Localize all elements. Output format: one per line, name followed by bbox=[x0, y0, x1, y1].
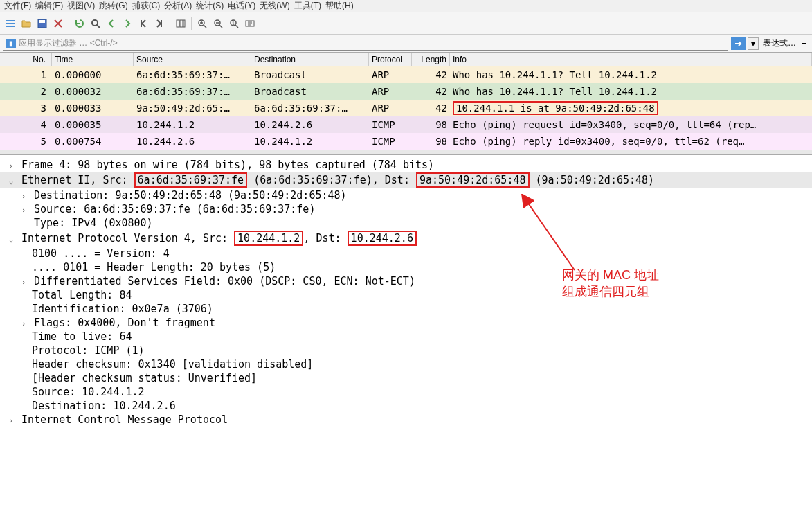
menu-help[interactable]: 帮助(H) bbox=[324, 0, 355, 12]
cell-time: 0.000033 bbox=[52, 102, 134, 114]
expand-icon[interactable]: › bbox=[7, 416, 15, 425]
packet-row[interactable]: 10.0000006a:6d:35:69:37:…BroadcastARP42W… bbox=[0, 66, 812, 83]
highlight-dst-ip: 10.244.2.6 bbox=[348, 231, 417, 246]
collapse-icon[interactable]: ⌄ bbox=[7, 177, 15, 186]
col-source[interactable]: Source bbox=[134, 53, 251, 66]
resize-icon[interactable] bbox=[242, 16, 258, 31]
detail-ip-cksum-status[interactable]: [Header checksum status: Unverified] bbox=[0, 371, 812, 385]
filter-dropdown-icon[interactable]: ▾ bbox=[748, 37, 759, 50]
menu-capture[interactable]: 捕获(C) bbox=[131, 0, 162, 12]
menu-stats[interactable]: 统计(S) bbox=[195, 0, 225, 12]
zoom-in-icon[interactable] bbox=[195, 16, 210, 31]
close-icon[interactable] bbox=[51, 16, 66, 31]
toolbar: 1 bbox=[0, 12, 812, 35]
detail-frame[interactable]: › Frame 4: 98 bytes on wire (784 bits), … bbox=[0, 158, 812, 172]
cell-no: 2 bbox=[0, 85, 52, 98]
cell-src: 6a:6d:35:69:37:… bbox=[134, 85, 251, 98]
bookmark-icon[interactable]: ▮ bbox=[6, 39, 16, 48]
expand-icon[interactable]: › bbox=[19, 319, 28, 328]
detail-eth-type[interactable]: › Type: IPv4 (0x0800) bbox=[0, 216, 812, 230]
cell-info: Echo (ping) request id=0x3400, seq=0/0, … bbox=[450, 118, 812, 131]
add-filter-button[interactable]: + bbox=[799, 39, 809, 48]
svg-rect-1 bbox=[6, 23, 15, 24]
detail-ethernet[interactable]: ⌄ Ethernet II, Src: 6a:6d:35:69:37:fe (6… bbox=[0, 172, 812, 188]
col-proto[interactable]: Protocol bbox=[369, 53, 412, 66]
filter-bar: ▮ 应用显示过滤器 … <Ctrl-/> ▾ 表达式… + bbox=[0, 35, 812, 53]
detail-ip-proto[interactable]: Protocol: ICMP (1) bbox=[0, 344, 812, 357]
packet-row[interactable]: 50.00075410.244.2.610.244.1.2ICMP98Echo … bbox=[0, 133, 812, 150]
cell-no: 4 bbox=[0, 118, 52, 131]
detail-ip-srcline[interactable]: Source: 10.244.1.2 bbox=[0, 385, 812, 399]
zoom-reset-icon[interactable]: 1 bbox=[226, 16, 242, 31]
columns-icon[interactable] bbox=[173, 16, 188, 31]
menu-goto[interactable]: 跳转(G) bbox=[98, 0, 129, 12]
menu-tel[interactable]: 电话(Y) bbox=[226, 0, 257, 12]
zoom-out-icon[interactable] bbox=[210, 16, 226, 31]
detail-ip-ds[interactable]: › Differentiated Services Field: 0x00 (D… bbox=[0, 274, 812, 288]
cell-src: 10.244.1.2 bbox=[134, 118, 251, 131]
svg-rect-4 bbox=[39, 20, 45, 23]
collapse-icon[interactable]: ⌄ bbox=[7, 235, 15, 244]
detail-ip-totlen[interactable]: Total Length: 84 bbox=[0, 288, 812, 302]
skip-left-icon[interactable] bbox=[136, 16, 151, 31]
filter-placeholder: 应用显示过滤器 … <Ctrl-/> bbox=[19, 37, 118, 49]
expand-icon[interactable]: › bbox=[19, 278, 28, 287]
folder-open-icon[interactable] bbox=[19, 16, 34, 31]
col-len[interactable]: Length bbox=[412, 53, 450, 66]
skip-right-icon[interactable] bbox=[152, 16, 167, 31]
reload-icon[interactable] bbox=[72, 16, 87, 31]
menu-tools[interactable]: 工具(T) bbox=[293, 0, 323, 12]
separator bbox=[191, 17, 192, 30]
cell-info: 10.244.1.1 is at 9a:50:49:2d:65:48 bbox=[450, 100, 812, 116]
pane-divider[interactable] bbox=[0, 150, 812, 155]
menu-edit[interactable]: 编辑(E) bbox=[34, 0, 64, 12]
detail-ip-id[interactable]: Identification: 0x0e7a (3706) bbox=[0, 302, 812, 316]
cell-dst: 10.244.1.2 bbox=[251, 135, 369, 148]
save-icon[interactable] bbox=[35, 16, 50, 31]
cell-len: 42 bbox=[412, 102, 450, 114]
cell-src: 9a:50:49:2d:65:… bbox=[134, 102, 251, 114]
cell-dst: Broadcast bbox=[251, 69, 369, 81]
arrow-left-icon[interactable] bbox=[104, 16, 119, 31]
find-icon[interactable] bbox=[88, 16, 103, 31]
detail-eth-src[interactable]: › Source: 6a:6d:35:69:37:fe (6a:6d:35:69… bbox=[0, 202, 812, 216]
detail-eth-dest[interactable]: › Destination: 9a:50:49:2d:65:48 (9a:50:… bbox=[0, 188, 812, 202]
detail-ip-dstline[interactable]: Destination: 10.244.2.6 bbox=[0, 399, 812, 413]
menu-file[interactable]: 文件(F) bbox=[3, 0, 33, 12]
filter-apply-icon[interactable] bbox=[731, 37, 746, 50]
arrow-right-icon[interactable] bbox=[120, 16, 135, 31]
expand-icon[interactable]: › bbox=[19, 206, 28, 215]
col-no[interactable]: No. bbox=[0, 53, 52, 66]
detail-ip-version[interactable]: 0100 .... = Version: 4 bbox=[0, 247, 812, 260]
menu-wireless[interactable]: 无线(W) bbox=[258, 0, 291, 12]
svg-rect-6 bbox=[177, 20, 179, 27]
col-info[interactable]: Info bbox=[450, 53, 812, 66]
detail-ip-flags[interactable]: › Flags: 0x4000, Don't fragment bbox=[0, 316, 812, 330]
packet-row[interactable]: 20.0000326a:6d:35:69:37:…BroadcastARP42W… bbox=[0, 83, 812, 100]
menu-analyze[interactable]: 分析(A) bbox=[163, 0, 193, 12]
packet-row[interactable]: 30.0000339a:50:49:2d:65:…6a:6d:35:69:37:… bbox=[0, 100, 812, 116]
expand-icon[interactable]: › bbox=[7, 161, 15, 170]
filter-input[interactable]: ▮ 应用显示过滤器 … <Ctrl-/> bbox=[3, 37, 728, 51]
packet-row[interactable]: 40.00003510.244.1.210.244.2.6ICMP98Echo … bbox=[0, 116, 812, 133]
expression-button[interactable]: 表达式… bbox=[760, 37, 799, 49]
packet-list: No. Time Source Destination Protocol Len… bbox=[0, 53, 812, 150]
cell-time: 0.000000 bbox=[52, 69, 134, 81]
detail-ip-ttl[interactable]: Time to live: 64 bbox=[0, 330, 812, 344]
detail-icmp[interactable]: › Internet Control Message Protocol bbox=[0, 413, 812, 427]
highlight-dst-mac: 9a:50:49:2d:65:48 bbox=[416, 172, 530, 188]
cell-src: 10.244.2.6 bbox=[134, 135, 251, 148]
col-dest[interactable]: Destination bbox=[251, 53, 369, 66]
detail-ip-cksum[interactable]: Header checksum: 0x1340 [validation disa… bbox=[0, 357, 812, 371]
expand-icon[interactable]: › bbox=[19, 192, 28, 201]
col-time[interactable]: Time bbox=[52, 53, 134, 66]
cell-proto: ICMP bbox=[369, 135, 412, 148]
menu-view[interactable]: 视图(V) bbox=[66, 0, 96, 12]
cell-len: 42 bbox=[412, 85, 450, 98]
detail-ip-hlen[interactable]: .... 0101 = Header Length: 20 bytes (5) bbox=[0, 260, 812, 274]
cell-proto: ARP bbox=[369, 69, 412, 81]
cell-time: 0.000035 bbox=[52, 118, 134, 131]
svg-rect-7 bbox=[180, 20, 183, 27]
detail-ip[interactable]: ⌄ Internet Protocol Version 4, Src: 10.2… bbox=[0, 230, 812, 247]
menu-icon[interactable] bbox=[3, 16, 18, 31]
